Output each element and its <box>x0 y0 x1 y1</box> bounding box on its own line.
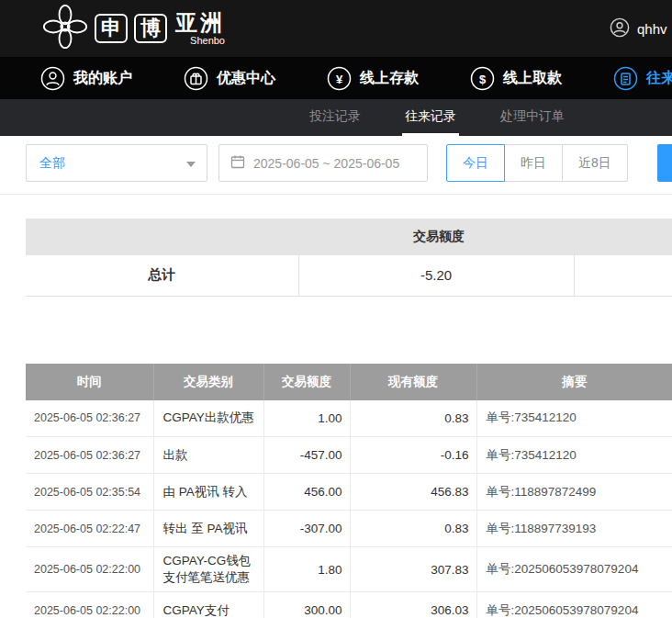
username: qhhv <box>637 21 667 37</box>
summary-section: 交易额度 总计 -5.20 <box>26 219 672 297</box>
table-cell: 2025-06-05 02:35:54 <box>26 474 153 511</box>
table-cell: 单号:118897739193 <box>476 511 672 547</box>
table-row: 2025-06-05 02:35:54由 PA视讯 转入456.00456.83… <box>26 474 672 511</box>
nav-label: 我的账户 <box>73 69 132 88</box>
table-header-row: 时间 交易类别 交易额度 现有额度 摘要 <box>26 364 672 400</box>
nav-label: 优惠中心 <box>217 69 275 88</box>
table-row: 2025-06-05 02:22:00CGPAY-CG钱包支付笔笔送优惠1.80… <box>26 547 672 592</box>
records-icon <box>613 66 638 91</box>
last8days-button[interactable]: 近8日 <box>562 144 628 182</box>
site-logo[interactable]: 申 博 亚洲 Shenbo <box>42 4 225 53</box>
logo-char-bo: 博 <box>134 14 167 43</box>
column-header-amount: 交易额度 <box>263 364 350 400</box>
summary-total-label: 总计 <box>26 255 298 296</box>
summary-header: 交易额度 <box>26 219 672 255</box>
table-cell: CGPAY-CG钱包支付笔笔送优惠 <box>153 547 263 592</box>
nav-item-withdraw[interactable]: $ 线上取款 <box>470 66 562 91</box>
nav-label: 往来记录 <box>646 69 672 88</box>
table-cell: 转出 至 PA视讯 <box>153 511 263 547</box>
table-cell: 0.83 <box>350 511 476 547</box>
date-range-input[interactable]: 2025-06-05 ~ 2025-06-05 <box>218 144 428 182</box>
tab-processing-orders[interactable]: 处理中订单 <box>498 99 567 136</box>
column-header-balance: 现有额度 <box>350 364 476 400</box>
user-account[interactable]: qhhv <box>610 17 667 40</box>
table-cell: -307.00 <box>263 511 350 547</box>
logo-region: 亚洲 <box>175 12 225 34</box>
table-cell: -0.16 <box>350 437 476 474</box>
transactions-table: 时间 交易类别 交易额度 现有额度 摘要 2025-06-05 02:36:27… <box>26 364 672 618</box>
svg-text:$: $ <box>479 72 487 85</box>
table-cell: CGPAY支付 <box>153 592 263 618</box>
table-row: 2025-06-05 02:22:00CGPAY支付300.00306.03单号… <box>26 592 672 618</box>
table-row: 2025-06-05 02:36:27CGPAY出款优惠1.000.83单号:7… <box>26 400 672 437</box>
flower-logo-icon <box>42 4 88 53</box>
table-cell: 出款 <box>153 437 263 474</box>
summary-row: 总计 -5.20 <box>26 255 672 296</box>
tab-transaction-records[interactable]: 往来记录 <box>402 99 459 136</box>
nav-item-promotions[interactable]: 优惠中心 <box>184 66 275 91</box>
table-cell: 2025-06-05 02:22:47 <box>26 511 153 547</box>
quick-range-buttons: 今日 昨日 近8日 <box>446 144 628 182</box>
transactions-body: 2025-06-05 02:36:27CGPAY出款优惠1.000.83单号:7… <box>26 400 672 618</box>
nav-item-deposit[interactable]: ¥ 线上存款 <box>327 66 419 91</box>
summary-table: 交易额度 总计 -5.20 <box>26 219 672 297</box>
column-header-type: 交易类别 <box>153 364 263 400</box>
logo-subtitle: Shenbo <box>175 35 225 46</box>
table-cell: 单号:202506053978079204 <box>476 592 672 618</box>
deposit-icon: ¥ <box>327 66 352 91</box>
table-cell: 单号:118897872499 <box>476 474 672 511</box>
type-select-value: 全部 <box>39 155 65 172</box>
table-cell: 0.83 <box>350 400 476 437</box>
table-cell: 由 PA视讯 转入 <box>153 474 263 511</box>
nav-label: 线上存款 <box>360 69 419 88</box>
table-cell: -457.00 <box>263 437 350 474</box>
table-cell: 2025-06-05 02:22:00 <box>26 547 153 592</box>
table-row: 2025-06-05 02:22:47转出 至 PA视讯-307.000.83单… <box>26 511 672 547</box>
table-cell: 单号:202506053978079204 <box>476 547 672 592</box>
svg-text:¥: ¥ <box>336 72 343 85</box>
table-cell: 1.00 <box>263 400 350 437</box>
search-button[interactable] <box>657 144 672 182</box>
table-cell: 307.83 <box>350 547 476 592</box>
top-header: 申 博 亚洲 Shenbo qhhv <box>0 0 672 57</box>
table-cell: CGPAY出款优惠 <box>153 400 263 437</box>
nav-label: 线上取款 <box>503 69 562 88</box>
summary-total-value: -5.20 <box>298 255 574 296</box>
chevron-down-icon <box>186 162 196 167</box>
today-button[interactable]: 今日 <box>446 144 505 182</box>
table-cell: 2025-06-05 02:36:27 <box>26 437 153 474</box>
yesterday-button[interactable]: 昨日 <box>504 144 563 182</box>
logo-wordmark: 亚洲 Shenbo <box>175 12 225 46</box>
section-divider <box>0 194 672 195</box>
nav-item-transactions[interactable]: 往来记录 <box>613 66 672 91</box>
table-cell: 单号:735412120 <box>476 400 672 437</box>
table-row: 2025-06-05 02:36:27出款-457.00-0.16单号:7354… <box>26 437 672 474</box>
summary-empty-cell <box>574 255 672 296</box>
table-cell: 456.83 <box>350 474 476 511</box>
account-icon <box>40 66 65 91</box>
column-header-time: 时间 <box>26 364 153 400</box>
table-cell: 2025-06-05 02:36:27 <box>26 400 153 437</box>
filter-bar: 全部 2025-06-05 ~ 2025-06-05 今日 昨日 近8日 <box>26 144 672 182</box>
date-range-value: 2025-06-05 ~ 2025-06-05 <box>253 156 399 171</box>
transactions-section: 时间 交易类别 交易额度 现有额度 摘要 2025-06-05 02:36:27… <box>26 364 672 618</box>
logo-char-shen: 申 <box>95 14 128 43</box>
table-cell: 1.80 <box>263 547 350 592</box>
user-avatar-icon <box>610 17 630 40</box>
table-cell: 306.03 <box>350 592 476 618</box>
table-cell: 单号:735412120 <box>476 437 672 474</box>
tab-betting-records[interactable]: 投注记录 <box>307 99 364 136</box>
main-nav: 我的账户 优惠中心 ¥ 线上存款 $ 线上取款 <box>0 57 672 99</box>
nav-item-my-account[interactable]: 我的账户 <box>40 66 132 91</box>
table-cell: 456.00 <box>263 474 350 511</box>
withdraw-icon: $ <box>470 66 495 91</box>
gift-icon <box>184 66 208 91</box>
type-select[interactable]: 全部 <box>26 144 207 182</box>
calendar-icon <box>230 154 245 172</box>
table-cell: 2025-06-05 02:22:00 <box>26 592 153 618</box>
table-cell: 300.00 <box>263 592 350 618</box>
record-tabs: 投注记录 往来记录 处理中订单 <box>0 99 672 136</box>
column-header-summary: 摘要 <box>476 364 672 400</box>
